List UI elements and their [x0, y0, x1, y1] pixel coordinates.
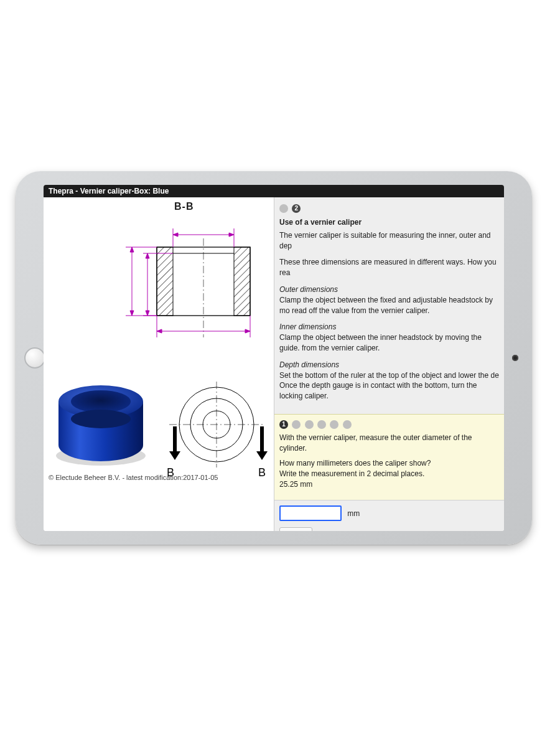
tab-2[interactable]: 2: [292, 204, 301, 213]
depth-heading: Depth dimensions: [279, 360, 339, 369]
svg-marker-14: [173, 233, 178, 237]
svg-marker-19: [130, 247, 134, 252]
question-step-6[interactable]: [343, 420, 352, 429]
arrow-label-right: B: [258, 466, 266, 479]
depth-text: Set the bottom of the ruler at the top o…: [279, 371, 499, 401]
section-drawing: [82, 216, 256, 347]
tab-1[interactable]: [279, 204, 288, 213]
question-line3: Write the measurement in 2 decimal place…: [279, 469, 424, 478]
svg-rect-3: [234, 247, 250, 316]
inner-text: Clamp the object between the inner heads…: [279, 333, 482, 352]
svg-marker-35: [169, 426, 180, 460]
question-line2: How many millimeters does the caliper sh…: [279, 459, 431, 467]
plan-drawing: B B: [162, 378, 271, 484]
inner-heading: Inner dimensions: [279, 322, 336, 331]
question-line1: With the vernier caliper, measure the ou…: [279, 433, 499, 454]
svg-point-29: [71, 410, 131, 428]
question-block: 1 With the vernier caliper, measure the …: [274, 414, 504, 500]
screen: Thepra - Vernier caliper-Box: Blue B-B: [44, 185, 504, 531]
intro-p1: The vernier caliper is suitable for meas…: [279, 230, 499, 251]
front-camera: [512, 355, 518, 361]
check-button[interactable]: check: [279, 527, 312, 531]
page-title: Thepra - Vernier caliper-Box: Blue: [44, 185, 504, 197]
svg-marker-15: [229, 233, 234, 237]
question-step-2[interactable]: [292, 420, 301, 429]
svg-marker-36: [256, 426, 268, 460]
answer-unit: mm: [347, 509, 360, 518]
intro-heading: Use of a vernier caliper: [279, 218, 499, 227]
question-example: 25.25 mm: [279, 480, 312, 489]
question-step-5[interactable]: [330, 420, 338, 429]
diagram-pane: B-B: [44, 197, 274, 531]
svg-marker-10: [245, 329, 250, 333]
home-button[interactable]: [24, 347, 45, 369]
svg-point-28: [71, 390, 131, 413]
svg-marker-20: [130, 311, 134, 316]
tablet-frame: Thepra - Vernier caliper-Box: Blue B-B: [16, 171, 532, 545]
svg-rect-2: [157, 247, 173, 316]
outer-text: Clamp the object between the fixed and a…: [279, 296, 493, 315]
page-tabs: 2: [274, 197, 504, 215]
answer-input[interactable]: [279, 505, 342, 521]
intro-p2: These three dimensions are measured in d…: [279, 257, 499, 278]
product-render: [51, 365, 157, 471]
svg-marker-25: [146, 311, 149, 316]
section-label: B-B: [174, 201, 194, 212]
question-step-3[interactable]: [305, 420, 314, 429]
question-step-4[interactable]: [317, 420, 326, 429]
copyright: © Electude Beheer B.V. - latest modifica…: [49, 474, 218, 481]
instruction-pane: 2 Use of a vernier caliper The vernier c…: [274, 197, 504, 531]
svg-marker-9: [157, 329, 162, 333]
question-step-1[interactable]: 1: [279, 420, 288, 429]
outer-heading: Outer dimensions: [279, 285, 338, 294]
svg-marker-24: [146, 253, 149, 258]
